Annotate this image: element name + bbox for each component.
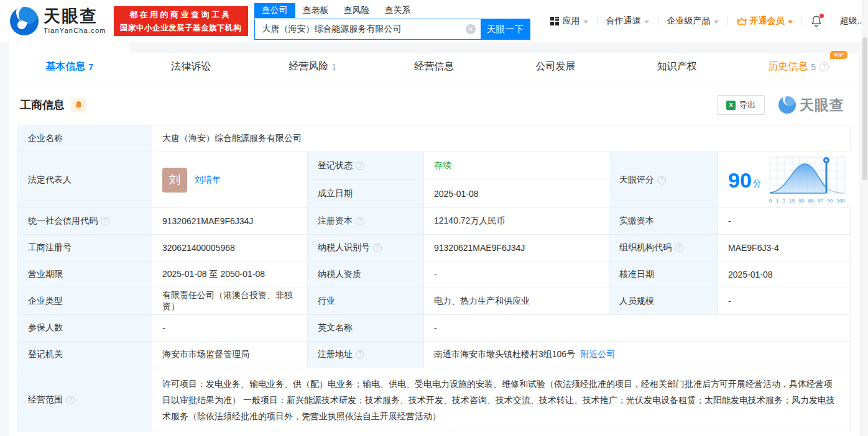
nearby-companies-link[interactable]: 附近公司: [580, 349, 615, 360]
chevron-down-icon: [714, 20, 719, 24]
tab-risk-label: 经营风险: [289, 60, 328, 73]
vertical-scrollbar[interactable]: [862, 0, 868, 436]
export-button[interactable]: X 导出: [717, 95, 765, 115]
chevron-down-icon: [788, 20, 793, 24]
nav-open-vip[interactable]: 开通会员: [737, 16, 793, 27]
nav-partner-channel[interactable]: 合作通道: [606, 16, 649, 27]
insured-count-value: -: [152, 315, 308, 342]
reg-status-label: 登记状态: [318, 160, 353, 171]
approval-date-label: 核准日期: [609, 261, 718, 288]
avatar[interactable]: 刘: [162, 168, 187, 193]
nav-enterprise-label: 企业级产品: [667, 16, 711, 27]
top-header: 天眼查 TianYanCha.com 都在用的商业查询工具 国家中小企业发展子基…: [0, 0, 868, 42]
tab-operation-risk[interactable]: 经营风险 1: [252, 53, 373, 81]
help-icon[interactable]: ?: [101, 217, 109, 225]
insured-count-label: 参保人数: [18, 315, 152, 342]
watermark-logo-icon: [778, 96, 796, 114]
help-icon[interactable]: ?: [820, 62, 829, 71]
tab-history-label: 历史信息: [768, 60, 808, 73]
industry-value: 电力、热力生产和供应业: [424, 288, 609, 315]
nav-enterprise-products[interactable]: 企业级产品: [667, 16, 719, 27]
business-term-value: 2025-01-08 至 2050-01-08: [152, 261, 308, 288]
section-title: 工商信息: [20, 98, 65, 112]
tab-operation-info[interactable]: 经营信息: [373, 53, 494, 81]
nav-super-label: 超级...: [840, 16, 865, 27]
promo-banner: 都在用的商业查询工具 国家中小企业发展子基金旗下机构: [114, 6, 248, 36]
nav-apps[interactable]: 应用: [550, 16, 588, 27]
company-type-label: 企业类型: [18, 288, 152, 315]
tab-development-label: 公司发展: [535, 60, 575, 73]
business-info-table: 企业名称 大唐（海安）综合能源服务有限公司 法定代表人 刘 刘培年 登记状态 ?: [17, 125, 851, 432]
search-tab-boss[interactable]: 查老板: [295, 3, 336, 18]
credit-code-value: 91320621MAE9F6J34J: [152, 208, 308, 235]
tab-legal-litigation[interactable]: 法律诉讼: [130, 53, 251, 81]
table-row: 统一社会信用代码? 91320621MAE9F6J34J 注册资本? 12140…: [18, 208, 850, 235]
staff-size-value: -: [718, 288, 850, 315]
score-value-cell: 90 分: [718, 152, 851, 208]
approval-date-value: 2025-01-08: [718, 261, 850, 288]
help-icon[interactable]: ?: [356, 350, 364, 359]
tab-basic-info[interactable]: 基本信息 7: [9, 53, 130, 81]
score-unit: 分: [753, 178, 762, 189]
notifications-bell-icon[interactable]: [811, 15, 822, 27]
search-button[interactable]: 天眼一下: [481, 19, 530, 40]
table-row: 工商注册号 320621400005968 纳税人识别号? 91320621MA…: [18, 235, 850, 261]
reg-status-value: 存续: [424, 152, 609, 180]
tab-operation-label: 经营信息: [414, 60, 454, 73]
search-tab-relation[interactable]: 查关系: [377, 3, 418, 18]
promo-line1: 都在用的商业查询工具: [129, 9, 232, 20]
business-scope-value: 许可项目：发电业务、输电业务、供（配）电业务；输电、供电、受电电力设施的安装、维…: [152, 368, 850, 432]
nav-apps-label: 应用: [563, 16, 580, 27]
taxpayer-id-value: 91320621MAE9F6J34J: [424, 235, 609, 261]
tab-ip-label: 知识产权: [657, 60, 697, 73]
tab-history-info[interactable]: 历史信息 5 ? VIP: [738, 53, 859, 81]
help-icon[interactable]: ?: [356, 161, 364, 170]
legal-rep-link[interactable]: 刘培年: [195, 175, 221, 186]
reg-capital-value: 12140.72万人民币: [424, 208, 609, 235]
business-scope-label-cell: 经营范围?: [18, 368, 152, 432]
help-icon[interactable]: ?: [657, 176, 666, 184]
brand-name: 天眼查: [44, 8, 106, 25]
promo-line2: 国家中小企业发展子基金旗下机构: [120, 23, 241, 34]
score-label: 天眼评分: [619, 175, 654, 186]
business-info-panel: 工商信息 X 导出 天眼查 企业名称 大唐（海安）综合能源服务有限公司 法定代表…: [9, 81, 859, 436]
search-input[interactable]: [262, 24, 466, 34]
reg-address-text: 南通市海安市墩头镇杜楼村3组106号: [434, 349, 575, 360]
crown-icon: [737, 17, 747, 25]
table-row: 营业期限 2025-01-08 至 2050-01-08 纳税人资质 - 核准日…: [18, 261, 850, 288]
search-module: 查公司 查老板 查风险 查关系 ✕ 天眼一下: [254, 2, 530, 40]
english-name-value: -: [424, 315, 850, 342]
clear-search-icon[interactable]: ✕: [466, 24, 476, 34]
help-icon[interactable]: ?: [675, 243, 683, 252]
company-name-value: 大唐（海安）综合能源服务有限公司: [152, 125, 850, 152]
help-icon[interactable]: ?: [66, 396, 75, 404]
search-tab-company[interactable]: 查公司: [254, 3, 295, 18]
org-code-label-cell: 组织机构代码?: [609, 235, 718, 261]
help-icon[interactable]: ?: [373, 243, 382, 252]
search-tab-risk[interactable]: 查风险: [336, 3, 377, 18]
tab-intellectual-property[interactable]: 知识产权: [616, 53, 737, 81]
industry-label: 行业: [308, 288, 424, 315]
company-name-label: 企业名称: [18, 125, 152, 152]
table-row: 企业类型 有限责任公司（港澳台投资、非独资） 行业 电力、热力生产和供应业 人员…: [18, 288, 850, 315]
english-name-label: 英文名称: [308, 315, 424, 342]
scrollbar-thumb[interactable]: [862, 37, 867, 180]
tianyancha-logo[interactable]: 天眼查 TianYanCha.com: [10, 7, 106, 35]
table-row: 参保人数 - 英文名称 -: [18, 315, 850, 342]
taxpayer-id-label-cell: 纳税人识别号?: [308, 235, 424, 261]
tab-basic-info-label: 基本信息: [45, 60, 85, 73]
monitor-bell-chip[interactable]: [71, 98, 86, 112]
notification-dot: [820, 14, 824, 18]
company-type-value: 有限责任公司（港澳台投资、非独资）: [152, 288, 308, 315]
reg-status-label-cell: 登记状态 ?: [308, 152, 424, 180]
nav-vip-label: 开通会员: [750, 16, 785, 27]
tab-company-development[interactable]: 公司发展: [495, 53, 616, 81]
help-icon[interactable]: ?: [356, 217, 364, 225]
credit-code-label-cell: 统一社会信用代码?: [18, 208, 152, 235]
score-label-cell: 天眼评分 ?: [609, 152, 718, 208]
vip-badge: VIP: [830, 51, 847, 59]
reg-capital-label-cell: 注册资本?: [308, 208, 424, 235]
reg-number-label: 工商注册号: [18, 235, 152, 261]
search-tabs: 查公司 查老板 查风险 查关系: [254, 2, 530, 19]
reg-address-label-cell: 注册地址?: [308, 342, 424, 368]
